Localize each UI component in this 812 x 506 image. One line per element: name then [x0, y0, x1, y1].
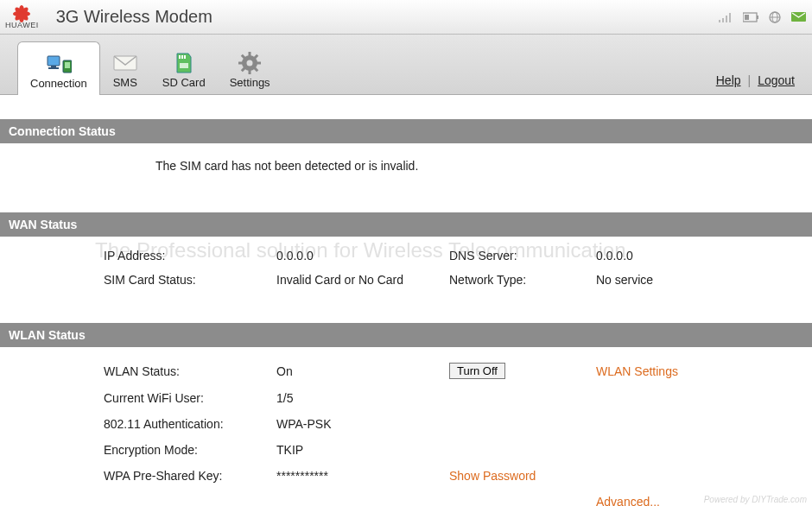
svg-rect-10: [726, 16, 727, 22]
brand-logo: HUAWEI: [5, 5, 39, 29]
sdcard-icon: [171, 52, 197, 74]
svg-rect-19: [48, 56, 60, 66]
tab-label: SMS: [113, 76, 137, 89]
header-status-icons: [719, 11, 807, 23]
help-link[interactable]: Help: [716, 73, 741, 87]
svg-rect-23: [65, 62, 70, 68]
tab-connection[interactable]: Connection: [17, 41, 100, 95]
svg-rect-34: [257, 62, 261, 65]
header-links: Help | Logout: [716, 73, 795, 94]
auth-value: WPA-PSK: [276, 417, 449, 431]
connection-status-heading: Connection Status: [0, 119, 812, 143]
tab-label: Connection: [30, 77, 87, 90]
svg-point-30: [247, 60, 253, 66]
auth-label: 802.11 Authentication:: [104, 417, 276, 431]
dns-server-value: 0.0.0.0: [596, 249, 769, 262]
svg-rect-25: [179, 55, 181, 59]
tab-sdcard[interactable]: SD Card: [150, 44, 218, 94]
svg-rect-11: [729, 13, 731, 22]
svg-rect-21: [48, 67, 59, 69]
svg-rect-28: [180, 63, 188, 68]
logout-link[interactable]: Logout: [758, 73, 795, 87]
svg-rect-20: [51, 66, 56, 67]
huawei-flower-icon: [6, 5, 37, 22]
ip-address-value: 0.0.0.0: [276, 249, 449, 262]
tab-label: SD Card: [162, 76, 206, 89]
encryption-label: Encryption Mode:: [104, 443, 276, 457]
tab-settings[interactable]: Settings: [218, 44, 282, 94]
svg-rect-9: [722, 18, 724, 22]
connection-status-message: The SIM card has not been detected or is…: [0, 143, 812, 188]
wlan-status-heading: WLAN Status: [0, 323, 812, 347]
wlan-settings-link[interactable]: WLAN Settings: [596, 364, 769, 378]
wan-status-grid: IP Address: 0.0.0.0 DNS Server: 0.0.0.0 …: [0, 249, 812, 287]
signal-icon: [719, 11, 734, 23]
psk-value: ***********: [276, 469, 449, 483]
wlan-status-value: On: [276, 364, 449, 378]
wan-status-heading: WAN Status: [0, 212, 812, 237]
message-icon: [791, 11, 807, 23]
wlan-status-label: WLAN Status:: [104, 364, 276, 378]
gear-icon: [237, 52, 263, 74]
wifi-user-label: Current WiFi User:: [104, 391, 276, 405]
tab-bar: Connection SMS SD Card Settings Help | L…: [0, 35, 812, 95]
svg-rect-31: [249, 52, 251, 56]
svg-rect-13: [757, 16, 758, 19]
connection-icon: [46, 53, 72, 75]
wifi-user-value: 1/5: [276, 391, 449, 405]
network-type-value: No service: [596, 273, 769, 287]
powered-by: Powered by DIYTrade.com: [704, 495, 807, 504]
header-bar: HUAWEI 3G Wireless Modem: [0, 0, 812, 35]
page-title: 3G Wireless Modem: [56, 7, 213, 27]
network-type-label: Network Type:: [449, 273, 596, 287]
sim-status-value: Invalid Card or No Card: [276, 273, 449, 287]
battery-icon: [743, 11, 758, 23]
svg-rect-14: [745, 15, 749, 20]
svg-rect-32: [249, 70, 251, 74]
wlan-status-grid: WLAN Status: On Turn Off WLAN Settings C…: [0, 359, 812, 506]
globe-icon: [767, 11, 783, 23]
svg-rect-26: [181, 55, 183, 59]
ip-address-label: IP Address:: [104, 249, 276, 262]
svg-rect-33: [238, 62, 243, 65]
tab-sms[interactable]: SMS: [100, 44, 150, 94]
tab-label: Settings: [230, 76, 270, 89]
encryption-value: TKIP: [276, 443, 449, 457]
svg-rect-27: [184, 55, 186, 59]
sim-status-label: SIM Card Status:: [104, 273, 276, 287]
envelope-icon: [112, 52, 138, 74]
divider: |: [748, 73, 752, 87]
psk-label: WPA Pre-Shared Key:: [104, 469, 276, 483]
brand-name: HUAWEI: [5, 21, 39, 29]
show-password-link[interactable]: Show Password: [449, 469, 596, 483]
dns-server-label: DNS Server:: [449, 249, 596, 262]
svg-rect-8: [719, 20, 720, 22]
turnoff-button[interactable]: Turn Off: [449, 363, 505, 379]
